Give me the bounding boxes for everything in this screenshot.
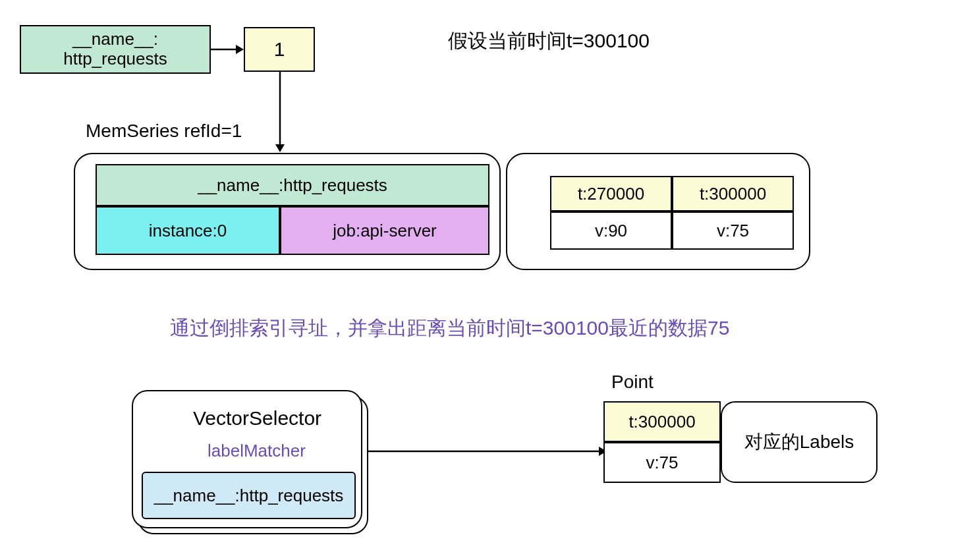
sample-t1: t:270000 [550, 176, 672, 211]
sample-v1: v:90 [550, 211, 672, 250]
name-label-line1: __name__: [72, 30, 158, 49]
vector-selector-title: VectorSelector [193, 407, 321, 430]
memseries-title: MemSeries refId=1 [86, 121, 242, 142]
point-t-box: t:300000 [603, 401, 721, 442]
memseries-name-box: __name__:http_requests [96, 164, 489, 206]
ref-id-box: 1 [244, 27, 315, 72]
sample-v2: v:75 [672, 211, 794, 250]
point-title: Point [611, 372, 654, 393]
name-label-line2: http_requests [63, 49, 167, 69]
svg-marker-1 [236, 45, 244, 54]
memseries-job-box: job:api-server [280, 206, 489, 255]
arrow-name-to-refid [211, 40, 247, 59]
svg-marker-3 [275, 144, 285, 152]
labels-text: 对应的Labels [744, 430, 854, 455]
middle-note: 通过倒排索引寻址，并拿出距离当前时间t=300100最近的数据75 [170, 315, 729, 342]
vector-selector-subtitle: labelMatcher [208, 441, 306, 461]
labels-box: 对应的Labels [721, 401, 878, 483]
arrow-vectorselector-to-point [368, 441, 607, 461]
arrow-refid-to-memseries [270, 72, 290, 154]
memseries-instance-box: instance:0 [96, 206, 280, 255]
assumption-text: 假设当前时间t=300100 [448, 28, 650, 55]
name-label-box: __name__: http_requests [20, 25, 211, 74]
label-matcher-box: __name__:http_requests [142, 472, 356, 519]
point-v-box: v:75 [603, 442, 721, 483]
sample-t2: t:300000 [672, 176, 794, 211]
